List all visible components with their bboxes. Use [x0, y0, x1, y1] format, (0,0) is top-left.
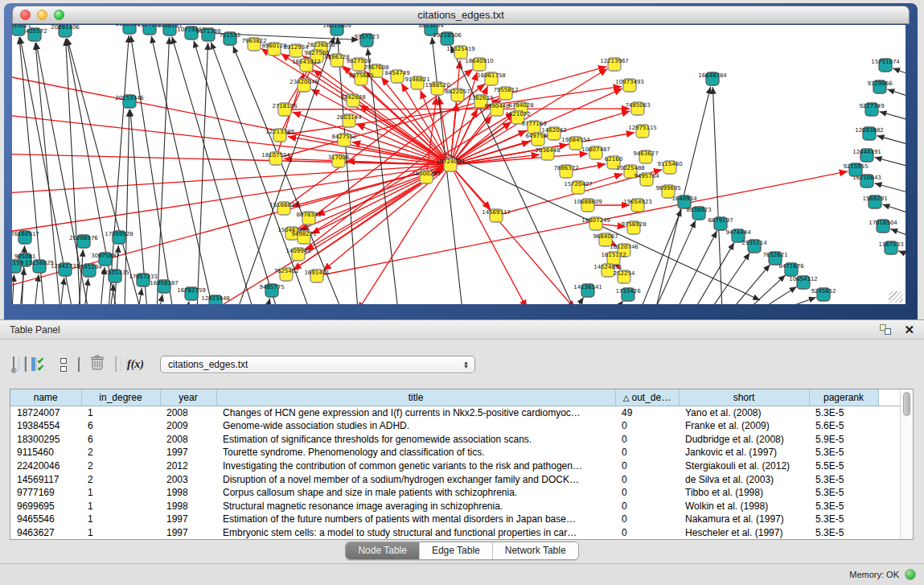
selected-node[interactable]: 2036448	[535, 147, 560, 160]
node[interactable]: 9671388	[195, 28, 220, 41]
tab-node-table[interactable]: Node Table	[346, 542, 419, 559]
table-cell[interactable]: Corpus callosum shape and size in male p…	[216, 486, 615, 500]
table-cell[interactable]: Jankovic et al. (1997)	[679, 446, 809, 459]
column-header-title[interactable]: title	[216, 389, 615, 406]
tab-network-table[interactable]: Network Table	[492, 542, 578, 559]
table-cell[interactable]: Yano et al. (2008)	[679, 406, 809, 419]
selected-node[interactable]: 7955812	[493, 87, 518, 100]
node[interactable]: 17359928	[105, 231, 133, 244]
table-cell[interactable]: Hescheler et al. (1997)	[679, 525, 809, 539]
selected-node[interactable]: 7886372	[553, 165, 578, 178]
node[interactable]: 1405572	[22, 28, 47, 41]
node[interactable]: 2935114	[741, 240, 767, 253]
resize-grip[interactable]	[889, 291, 903, 303]
node[interactable]: 1167533	[878, 241, 903, 254]
node[interactable]: 19218506	[433, 32, 462, 45]
selected-node[interactable]: 12975115	[628, 125, 657, 138]
table-cell[interactable]: 18300295	[10, 433, 81, 447]
zoom-window-icon[interactable]	[54, 10, 64, 20]
table-cell[interactable]: 5.3E-5	[809, 472, 878, 486]
table-cell[interactable]: 9699695	[10, 499, 81, 513]
table-cell[interactable]: 9115460	[10, 446, 81, 459]
table-cell[interactable]: 5.3E-5	[809, 513, 878, 526]
table-cell[interactable]: 5.3E-5	[809, 499, 878, 513]
table-cell[interactable]: 0	[615, 486, 679, 500]
memory-ok-icon[interactable]	[905, 569, 916, 580]
node[interactable]: 14136141	[573, 284, 602, 297]
table-options-icon[interactable]: ⚙	[13, 357, 14, 372]
table-cell[interactable]: 1	[81, 525, 160, 539]
table-cell[interactable]: 1	[81, 513, 160, 526]
table-cell[interactable]: Franke et al. (2009)	[679, 419, 809, 433]
table-cell[interactable]: Wolkin et al. (1998)	[679, 499, 809, 513]
selected-node[interactable]: 12325419	[446, 46, 475, 59]
selected-node[interactable]: 9756928	[621, 221, 646, 234]
selected-node[interactable]: 9242848	[340, 94, 365, 107]
table-row[interactable]: 946554611997Estimation of the future num…	[10, 513, 900, 526]
vertical-scrollbar[interactable]	[900, 389, 913, 539]
selected-node[interactable]: 9875685	[348, 72, 373, 85]
table-row[interactable]: 1456911722003Disruption of a novel membe…	[10, 472, 900, 486]
selected-node[interactable]: 1409949	[285, 248, 310, 261]
selected-node[interactable]: 12213967	[600, 58, 629, 71]
table-cell[interactable]: Estimation of significance thresholds fo…	[216, 433, 615, 447]
table-cell[interactable]: Changes of HCN gene expression and I(f) …	[216, 406, 615, 419]
table-cell[interactable]: 0	[615, 525, 679, 539]
float-panel-icon[interactable]	[880, 324, 891, 335]
node[interactable]: 9227349	[859, 103, 884, 116]
table-cell[interactable]: 1997	[160, 446, 216, 459]
column-header-year[interactable]: year	[160, 389, 216, 406]
node[interactable]: 6879197	[708, 217, 733, 230]
table-cell[interactable]: 0	[615, 499, 679, 513]
column-header-pagerank[interactable]: pagerank	[809, 389, 878, 406]
node[interactable]: 9245652	[811, 288, 836, 301]
table-cell[interactable]: 2	[81, 459, 160, 473]
table-cell[interactable]: 22420046	[10, 459, 81, 473]
table-cell[interactable]: Stergiakouli et al. (2012)	[679, 459, 809, 473]
selected-node[interactable]: 8822057	[445, 89, 470, 101]
network-canvas[interactable]: 1872400779638228960128891293428226058982…	[12, 24, 906, 304]
table-row[interactable]: 1938455462009Genome-wide association stu…	[10, 419, 900, 433]
table-cell[interactable]: 0	[615, 433, 679, 447]
select-rows-icon[interactable]: ✔✔	[37, 357, 50, 372]
node[interactable]: 16648784	[698, 72, 727, 85]
node[interactable]: 12942737	[51, 263, 80, 276]
table-row[interactable]: 946362711997Embryonic stem cells: a mode…	[10, 525, 900, 539]
node[interactable]: 751552	[220, 32, 241, 45]
row-mode-icon[interactable]	[60, 358, 68, 372]
selected-node[interactable]: 1691441	[304, 270, 329, 282]
table-row[interactable]: 969969511998Structural magnetic resonanc…	[10, 499, 900, 513]
node[interactable]: 1569291	[862, 196, 887, 208]
table-cell[interactable]: 2	[81, 472, 160, 486]
table-cell[interactable]: 1	[81, 406, 160, 419]
network-window-titlebar[interactable]: citations_edges.txt	[12, 6, 910, 24]
function-builder-icon[interactable]: f(x)	[127, 358, 144, 371]
table-cell[interactable]: Dudbridge et al. (2008)	[679, 433, 809, 447]
close-panel-icon[interactable]: ✕	[904, 323, 914, 336]
table-cell[interactable]: 0	[615, 446, 679, 459]
table-cell[interactable]: 0	[615, 472, 679, 486]
table-cell[interactable]: Embryonic stem cells: a model to study s…	[216, 525, 615, 539]
table-cell[interactable]: 9465546	[10, 513, 81, 526]
table-cell[interactable]: 5.3E-5	[809, 446, 878, 459]
table-cell[interactable]: Tourette syndrome. Phenomenology and cla…	[216, 446, 615, 459]
table-cell[interactable]: 1998	[160, 486, 216, 500]
table-cell[interactable]: 1997	[160, 525, 216, 539]
selected-node[interactable]: 9463627	[633, 150, 658, 163]
table-cell[interactable]: Tibbo et al. (1998)	[679, 486, 809, 500]
column-header-out-de-[interactable]: △out_de…	[615, 389, 679, 406]
table-cell[interactable]: 14569117	[10, 472, 81, 486]
table-cell[interactable]: 5.3E-5	[809, 486, 878, 500]
table-cell[interactable]: 1	[81, 499, 160, 513]
node[interactable]: 20153346	[115, 95, 144, 108]
table-cell[interactable]: Estimation of the future numbers of pati…	[216, 513, 615, 526]
table-cell[interactable]: 6	[81, 433, 160, 447]
table-cell[interactable]: 5.5E-5	[809, 459, 878, 473]
network-graph[interactable]: 1872400779638228960128891293428226058982…	[12, 25, 906, 304]
table-cell[interactable]: 5.6E-5	[809, 419, 878, 433]
node-attribute-grid[interactable]: namein_degreeyeartitle△out_de…shortpager…	[10, 389, 900, 539]
show-columns-icon[interactable]	[25, 357, 27, 372]
selected-node[interactable]: 9495764	[634, 173, 659, 186]
new-table-icon[interactable]	[78, 357, 80, 372]
selected-node[interactable]: 252254	[614, 270, 635, 283]
